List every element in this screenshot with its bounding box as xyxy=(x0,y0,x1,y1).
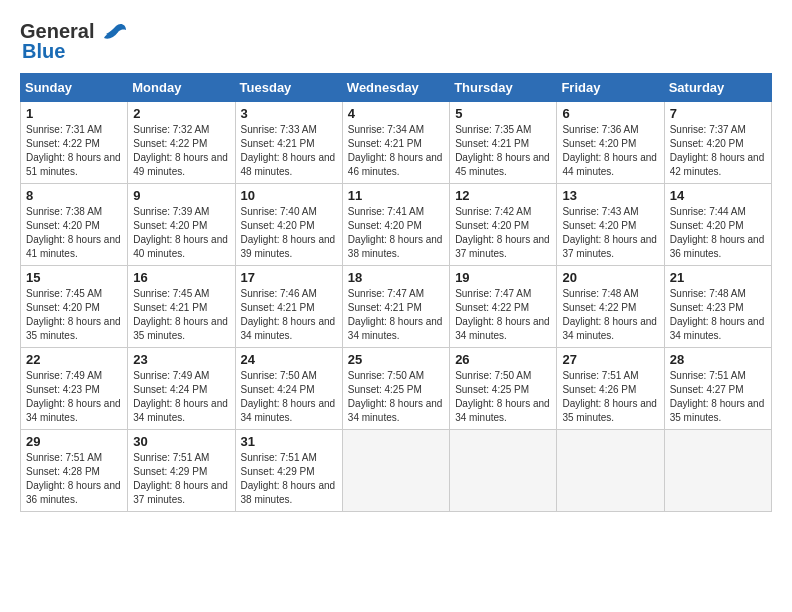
day-info: Sunrise: 7:51 AM Sunset: 4:29 PM Dayligh… xyxy=(241,451,337,507)
calendar-cell: 20 Sunrise: 7:48 AM Sunset: 4:22 PM Dayl… xyxy=(557,265,664,347)
day-number: 28 xyxy=(670,352,766,367)
day-info: Sunrise: 7:44 AM Sunset: 4:20 PM Dayligh… xyxy=(670,205,766,261)
day-info: Sunrise: 7:35 AM Sunset: 4:21 PM Dayligh… xyxy=(455,123,551,179)
calendar-cell: 29 Sunrise: 7:51 AM Sunset: 4:28 PM Dayl… xyxy=(21,429,128,511)
day-info: Sunrise: 7:42 AM Sunset: 4:20 PM Dayligh… xyxy=(455,205,551,261)
calendar-cell: 15 Sunrise: 7:45 AM Sunset: 4:20 PM Dayl… xyxy=(21,265,128,347)
weekday-wednesday: Wednesday xyxy=(342,73,449,101)
day-info: Sunrise: 7:51 AM Sunset: 4:28 PM Dayligh… xyxy=(26,451,122,507)
day-number: 3 xyxy=(241,106,337,121)
logo: General Blue xyxy=(20,20,128,63)
day-number: 17 xyxy=(241,270,337,285)
calendar-cell: 10 Sunrise: 7:40 AM Sunset: 4:20 PM Dayl… xyxy=(235,183,342,265)
day-info: Sunrise: 7:34 AM Sunset: 4:21 PM Dayligh… xyxy=(348,123,444,179)
day-number: 21 xyxy=(670,270,766,285)
day-number: 29 xyxy=(26,434,122,449)
day-number: 27 xyxy=(562,352,658,367)
day-info: Sunrise: 7:49 AM Sunset: 4:23 PM Dayligh… xyxy=(26,369,122,425)
day-number: 15 xyxy=(26,270,122,285)
day-info: Sunrise: 7:31 AM Sunset: 4:22 PM Dayligh… xyxy=(26,123,122,179)
day-number: 16 xyxy=(133,270,229,285)
calendar-week-2: 8 Sunrise: 7:38 AM Sunset: 4:20 PM Dayli… xyxy=(21,183,772,265)
calendar-cell: 30 Sunrise: 7:51 AM Sunset: 4:29 PM Dayl… xyxy=(128,429,235,511)
page-header: General Blue xyxy=(20,20,772,63)
day-number: 19 xyxy=(455,270,551,285)
weekday-thursday: Thursday xyxy=(450,73,557,101)
calendar-cell: 11 Sunrise: 7:41 AM Sunset: 4:20 PM Dayl… xyxy=(342,183,449,265)
day-info: Sunrise: 7:48 AM Sunset: 4:23 PM Dayligh… xyxy=(670,287,766,343)
calendar-cell: 6 Sunrise: 7:36 AM Sunset: 4:20 PM Dayli… xyxy=(557,101,664,183)
calendar-cell: 28 Sunrise: 7:51 AM Sunset: 4:27 PM Dayl… xyxy=(664,347,771,429)
calendar-cell: 13 Sunrise: 7:43 AM Sunset: 4:20 PM Dayl… xyxy=(557,183,664,265)
day-number: 18 xyxy=(348,270,444,285)
calendar-body: 1 Sunrise: 7:31 AM Sunset: 4:22 PM Dayli… xyxy=(21,101,772,511)
day-number: 4 xyxy=(348,106,444,121)
calendar-cell: 2 Sunrise: 7:32 AM Sunset: 4:22 PM Dayli… xyxy=(128,101,235,183)
calendar-cell: 26 Sunrise: 7:50 AM Sunset: 4:25 PM Dayl… xyxy=(450,347,557,429)
day-number: 2 xyxy=(133,106,229,121)
calendar-cell: 4 Sunrise: 7:34 AM Sunset: 4:21 PM Dayli… xyxy=(342,101,449,183)
day-number: 8 xyxy=(26,188,122,203)
calendar-cell: 9 Sunrise: 7:39 AM Sunset: 4:20 PM Dayli… xyxy=(128,183,235,265)
calendar-cell: 27 Sunrise: 7:51 AM Sunset: 4:26 PM Dayl… xyxy=(557,347,664,429)
calendar-cell xyxy=(664,429,771,511)
day-number: 11 xyxy=(348,188,444,203)
calendar-week-1: 1 Sunrise: 7:31 AM Sunset: 4:22 PM Dayli… xyxy=(21,101,772,183)
day-info: Sunrise: 7:45 AM Sunset: 4:20 PM Dayligh… xyxy=(26,287,122,343)
day-info: Sunrise: 7:50 AM Sunset: 4:24 PM Dayligh… xyxy=(241,369,337,425)
calendar-cell: 17 Sunrise: 7:46 AM Sunset: 4:21 PM Dayl… xyxy=(235,265,342,347)
day-number: 24 xyxy=(241,352,337,367)
calendar-cell: 24 Sunrise: 7:50 AM Sunset: 4:24 PM Dayl… xyxy=(235,347,342,429)
day-number: 23 xyxy=(133,352,229,367)
day-number: 6 xyxy=(562,106,658,121)
calendar-cell: 3 Sunrise: 7:33 AM Sunset: 4:21 PM Dayli… xyxy=(235,101,342,183)
weekday-header-row: SundayMondayTuesdayWednesdayThursdayFrid… xyxy=(21,73,772,101)
calendar-cell: 31 Sunrise: 7:51 AM Sunset: 4:29 PM Dayl… xyxy=(235,429,342,511)
day-info: Sunrise: 7:51 AM Sunset: 4:26 PM Dayligh… xyxy=(562,369,658,425)
day-info: Sunrise: 7:45 AM Sunset: 4:21 PM Dayligh… xyxy=(133,287,229,343)
calendar-cell: 22 Sunrise: 7:49 AM Sunset: 4:23 PM Dayl… xyxy=(21,347,128,429)
day-info: Sunrise: 7:46 AM Sunset: 4:21 PM Dayligh… xyxy=(241,287,337,343)
calendar-week-3: 15 Sunrise: 7:45 AM Sunset: 4:20 PM Dayl… xyxy=(21,265,772,347)
day-info: Sunrise: 7:43 AM Sunset: 4:20 PM Dayligh… xyxy=(562,205,658,261)
day-number: 30 xyxy=(133,434,229,449)
weekday-sunday: Sunday xyxy=(21,73,128,101)
weekday-friday: Friday xyxy=(557,73,664,101)
day-number: 10 xyxy=(241,188,337,203)
day-info: Sunrise: 7:47 AM Sunset: 4:21 PM Dayligh… xyxy=(348,287,444,343)
day-info: Sunrise: 7:50 AM Sunset: 4:25 PM Dayligh… xyxy=(348,369,444,425)
day-number: 14 xyxy=(670,188,766,203)
calendar-cell: 25 Sunrise: 7:50 AM Sunset: 4:25 PM Dayl… xyxy=(342,347,449,429)
day-number: 20 xyxy=(562,270,658,285)
day-info: Sunrise: 7:41 AM Sunset: 4:20 PM Dayligh… xyxy=(348,205,444,261)
day-number: 7 xyxy=(670,106,766,121)
day-info: Sunrise: 7:40 AM Sunset: 4:20 PM Dayligh… xyxy=(241,205,337,261)
day-info: Sunrise: 7:50 AM Sunset: 4:25 PM Dayligh… xyxy=(455,369,551,425)
day-info: Sunrise: 7:49 AM Sunset: 4:24 PM Dayligh… xyxy=(133,369,229,425)
calendar-cell: 14 Sunrise: 7:44 AM Sunset: 4:20 PM Dayl… xyxy=(664,183,771,265)
calendar-table: SundayMondayTuesdayWednesdayThursdayFrid… xyxy=(20,73,772,512)
day-info: Sunrise: 7:47 AM Sunset: 4:22 PM Dayligh… xyxy=(455,287,551,343)
calendar-cell: 1 Sunrise: 7:31 AM Sunset: 4:22 PM Dayli… xyxy=(21,101,128,183)
calendar-cell: 21 Sunrise: 7:48 AM Sunset: 4:23 PM Dayl… xyxy=(664,265,771,347)
logo-blue-text: Blue xyxy=(22,40,65,63)
calendar-cell xyxy=(557,429,664,511)
day-info: Sunrise: 7:32 AM Sunset: 4:22 PM Dayligh… xyxy=(133,123,229,179)
day-number: 22 xyxy=(26,352,122,367)
calendar-cell: 18 Sunrise: 7:47 AM Sunset: 4:21 PM Dayl… xyxy=(342,265,449,347)
day-info: Sunrise: 7:33 AM Sunset: 4:21 PM Dayligh… xyxy=(241,123,337,179)
day-info: Sunrise: 7:37 AM Sunset: 4:20 PM Dayligh… xyxy=(670,123,766,179)
day-number: 12 xyxy=(455,188,551,203)
weekday-monday: Monday xyxy=(128,73,235,101)
day-number: 1 xyxy=(26,106,122,121)
day-info: Sunrise: 7:38 AM Sunset: 4:20 PM Dayligh… xyxy=(26,205,122,261)
calendar-cell xyxy=(450,429,557,511)
calendar-week-4: 22 Sunrise: 7:49 AM Sunset: 4:23 PM Dayl… xyxy=(21,347,772,429)
logo-bird-icon xyxy=(96,22,128,44)
calendar-cell: 5 Sunrise: 7:35 AM Sunset: 4:21 PM Dayli… xyxy=(450,101,557,183)
day-info: Sunrise: 7:51 AM Sunset: 4:27 PM Dayligh… xyxy=(670,369,766,425)
calendar-cell: 7 Sunrise: 7:37 AM Sunset: 4:20 PM Dayli… xyxy=(664,101,771,183)
day-number: 25 xyxy=(348,352,444,367)
calendar-week-5: 29 Sunrise: 7:51 AM Sunset: 4:28 PM Dayl… xyxy=(21,429,772,511)
day-info: Sunrise: 7:51 AM Sunset: 4:29 PM Dayligh… xyxy=(133,451,229,507)
